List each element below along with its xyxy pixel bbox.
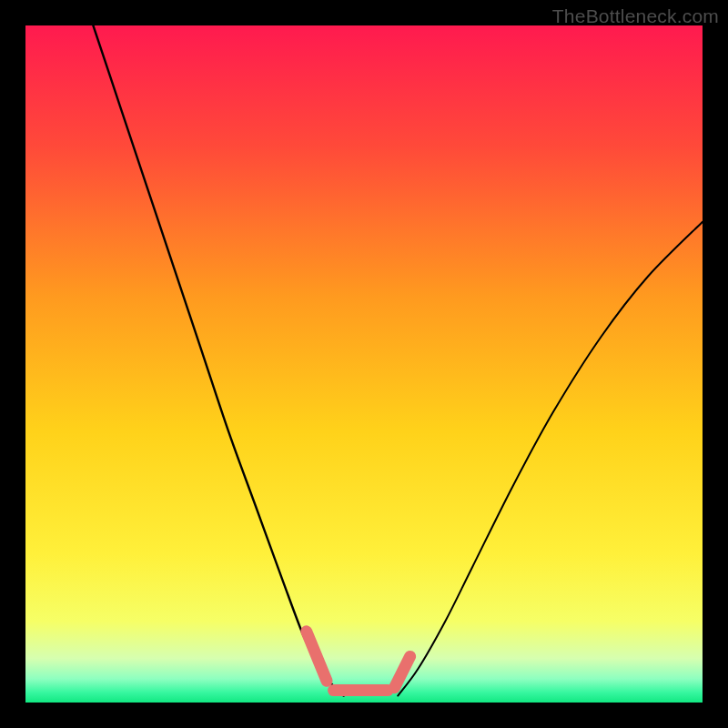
plot-area [25,25,703,703]
bottleneck-chart [25,25,703,703]
chart-frame: TheBottleneck.com [0,0,728,728]
watermark-text: TheBottleneck.com [552,5,719,27]
